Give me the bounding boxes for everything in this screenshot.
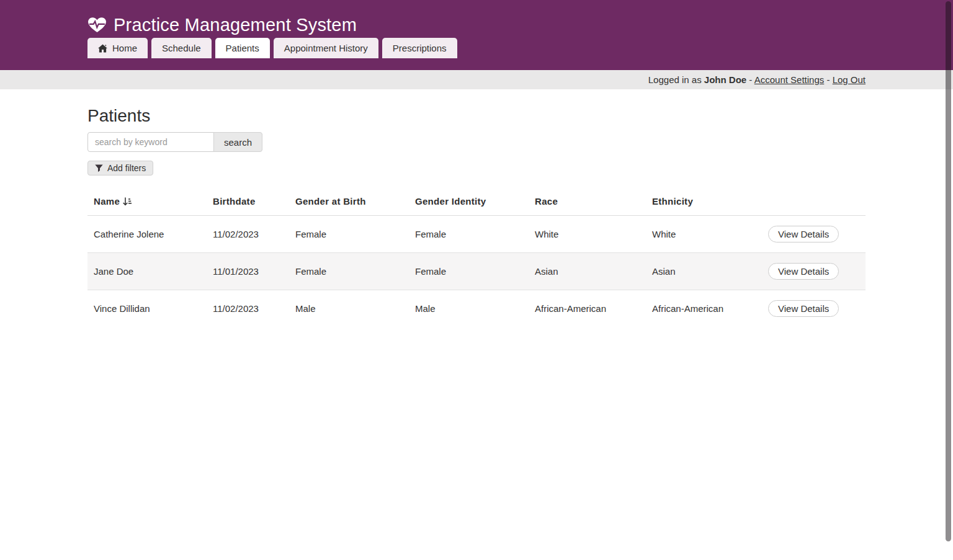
cell-race: White [529, 216, 646, 253]
tab-label: Patients [226, 43, 259, 53]
page-title: Patients [87, 106, 866, 126]
app-title: Practice Management System [114, 15, 357, 35]
table-row: Jane Doe 11/01/2023 Female Female Asian … [87, 253, 866, 290]
search-row: search [87, 132, 866, 152]
table-header-row: Name B [87, 187, 866, 216]
column-header-name[interactable]: Name [87, 187, 207, 216]
cell-name: Vince Dillidan [87, 290, 207, 327]
column-header-ethnicity: Ethnicity [646, 187, 762, 216]
user-bar: Logged in as John Doe - Account Settings… [0, 70, 953, 89]
logout-link[interactable]: Log Out [833, 74, 866, 85]
column-header-gender-at-birth: Gender at Birth [289, 187, 409, 216]
tab-label: Prescriptions [393, 43, 447, 53]
column-header-gender-identity: Gender Identity [409, 187, 529, 216]
cell-gender-at-birth: Female [289, 216, 409, 253]
cell-race: African-American [529, 290, 646, 327]
table-row: Catherine Jolene 11/02/2023 Female Femal… [87, 216, 866, 253]
tab-appointment-history[interactable]: Appointment History [274, 38, 378, 58]
brand: Practice Management System [87, 0, 866, 38]
cell-gender-at-birth: Male [289, 290, 409, 327]
app-header: Practice Management System Home Schedule… [0, 0, 953, 70]
tab-label: Appointment History [284, 43, 368, 53]
search-input[interactable] [87, 132, 214, 152]
cell-ethnicity: Asian [646, 253, 762, 290]
heart-pulse-icon [87, 16, 107, 33]
cell-gender-identity: Female [409, 216, 529, 253]
sort-amount-down-icon [123, 197, 132, 206]
cell-name: Jane Doe [87, 253, 207, 290]
column-header-birthdate: Birthdate [207, 187, 289, 216]
separator: - [826, 74, 830, 85]
home-icon [98, 44, 107, 53]
main-content: Patients search Add filters Name [87, 106, 866, 327]
view-details-button[interactable]: View Details [768, 300, 839, 317]
scrollbar[interactable] [946, 1, 951, 541]
cell-ethnicity: African-American [646, 290, 762, 327]
column-header-actions [762, 187, 866, 216]
tab-prescriptions[interactable]: Prescriptions [382, 38, 457, 58]
cell-race: Asian [529, 253, 646, 290]
view-details-button[interactable]: View Details [768, 263, 839, 280]
tab-label: Home [112, 43, 137, 53]
separator: - [749, 74, 752, 85]
patients-table: Name B [87, 187, 866, 327]
main-nav: Home Schedule Patients Appointment Histo… [87, 38, 866, 58]
cell-gender-at-birth: Female [289, 253, 409, 290]
cell-birthdate: 11/02/2023 [207, 216, 289, 253]
tab-schedule[interactable]: Schedule [151, 38, 212, 58]
table-row: Vince Dillidan 11/02/2023 Male Male Afri… [87, 290, 866, 327]
tab-home[interactable]: Home [87, 38, 148, 58]
cell-name: Catherine Jolene [87, 216, 207, 253]
cell-birthdate: 11/02/2023 [207, 290, 289, 327]
logged-in-text: Logged in as [648, 74, 702, 85]
cell-gender-identity: Male [409, 290, 529, 327]
column-header-race: Race [529, 187, 646, 216]
cell-birthdate: 11/01/2023 [207, 253, 289, 290]
tab-patients[interactable]: Patients [215, 38, 270, 58]
add-filters-button[interactable]: Add filters [87, 161, 153, 176]
cell-ethnicity: White [646, 216, 762, 253]
filter-icon [95, 164, 103, 172]
view-details-button[interactable]: View Details [768, 226, 839, 242]
cell-gender-identity: Female [409, 253, 529, 290]
search-button[interactable]: search [213, 132, 262, 152]
tab-label: Schedule [162, 43, 201, 53]
username: John Doe [704, 74, 746, 85]
account-settings-link[interactable]: Account Settings [754, 74, 825, 85]
add-filters-label: Add filters [107, 163, 146, 173]
